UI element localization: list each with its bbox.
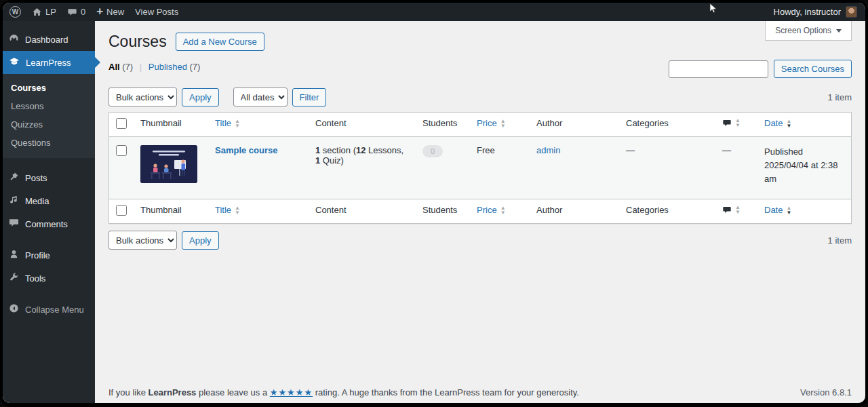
- column-price-sort[interactable]: Price▲▼: [477, 205, 506, 215]
- sort-arrows-icon: ▲▼: [500, 206, 506, 215]
- submenu-item-quizzes[interactable]: Quizzes: [3, 115, 95, 134]
- search-input[interactable]: [669, 60, 768, 78]
- sort-arrows-icon: ▲▼: [735, 205, 741, 214]
- course-thumbnail[interactable]: [140, 145, 197, 183]
- column-author: Author: [530, 199, 619, 224]
- column-comments-sort[interactable]: ▲▼: [722, 205, 741, 214]
- submenu-item-questions[interactable]: Questions: [3, 134, 95, 152]
- wrench-icon: [9, 272, 19, 284]
- sidebar-item-learnpress[interactable]: LearnPress: [3, 51, 95, 74]
- course-row: Sample course 1 section (12 Lessons, 1 Q…: [109, 137, 852, 199]
- column-author: Author: [530, 113, 619, 137]
- sidebar-item-profile[interactable]: Profile: [3, 244, 95, 267]
- version-label: Version 6.8.1: [800, 387, 852, 398]
- comments-icon: [9, 218, 19, 230]
- submenu-item-lessons[interactable]: Lessons: [3, 97, 95, 115]
- table-header-row: Thumbnail Title▲▼ Content Students Price…: [109, 113, 852, 137]
- pushpin-icon: [9, 172, 19, 184]
- page-title: Courses: [108, 33, 167, 51]
- table-footer-row: Thumbnail Title▲▼ Content Students Price…: [109, 199, 852, 224]
- wordpress-logo-icon[interactable]: W: [9, 6, 21, 18]
- course-comments: —: [715, 137, 757, 199]
- search-courses-button[interactable]: Search Courses: [774, 60, 852, 78]
- apply-button[interactable]: Apply: [182, 88, 219, 106]
- column-thumbnail: Thumbnail: [134, 199, 208, 224]
- sidebar-item-media[interactable]: Media: [3, 189, 95, 212]
- sort-arrows-icon: ▲▼: [235, 206, 240, 215]
- dashboard-icon: [9, 33, 19, 45]
- sidebar-item-comments[interactable]: Comments: [3, 212, 95, 235]
- home-icon: [32, 7, 42, 17]
- row-checkbox[interactable]: [116, 145, 127, 156]
- course-categories: —: [619, 137, 715, 199]
- course-content-cell: 1 section (12 Lessons, 1 Quiz): [309, 137, 416, 199]
- rating-stars-link[interactable]: ★★★★★: [270, 387, 313, 398]
- comment-count: 0: [81, 7, 85, 17]
- learnpress-brand: LearnPress: [149, 387, 197, 398]
- account-menu[interactable]: Howdy, instructor: [774, 6, 857, 18]
- course-title-link[interactable]: Sample course: [215, 145, 278, 155]
- new-content-menu[interactable]: + New: [96, 7, 124, 17]
- column-categories: Categories: [619, 113, 715, 137]
- apply-button-bottom[interactable]: Apply: [182, 231, 219, 250]
- footer-thanks-text: If you like LearnPress please leave us a…: [108, 387, 579, 398]
- select-all-checkbox[interactable]: [116, 205, 127, 216]
- comment-bubble-icon: [722, 119, 732, 128]
- sort-arrows-icon: ▲▼: [735, 118, 741, 128]
- site-menu[interactable]: LP: [32, 7, 56, 17]
- screen-options-label: Screen Options: [775, 26, 831, 35]
- view-filters: All (7) | Published (7): [108, 60, 200, 72]
- plus-icon: +: [96, 5, 103, 17]
- collapse-arrow-icon: [9, 303, 19, 315]
- admin-sidebar: Dashboard LearnPress Courses Lessons Qui…: [3, 21, 95, 403]
- window-frame: W LP 0 + New View: [0, 0, 868, 407]
- view-filter-separator: |: [140, 62, 142, 72]
- sidebar-item-dashboard[interactable]: Dashboard: [3, 28, 95, 51]
- dates-filter-select[interactable]: All dates: [233, 88, 288, 106]
- column-title-sort[interactable]: Title▲▼: [215, 118, 240, 128]
- admin-bar-comments[interactable]: 0: [67, 7, 85, 17]
- main-content: Screen Options Courses Add a New Course …: [95, 21, 865, 403]
- view-filter-published[interactable]: Published: [149, 62, 187, 72]
- sidebar-item-label: Dashboard: [25, 35, 68, 45]
- courses-table: Thumbnail Title▲▼ Content Students Price…: [108, 112, 852, 224]
- site-name: LP: [45, 7, 56, 17]
- sidebar-item-label: LearnPress: [26, 58, 71, 68]
- bulk-actions-select[interactable]: Bulk actions: [108, 88, 177, 106]
- view-posts-link[interactable]: View Posts: [135, 7, 178, 17]
- column-content: Content: [309, 199, 416, 224]
- column-comments-sort[interactable]: ▲▼: [722, 118, 741, 128]
- column-price-sort[interactable]: Price▲▼: [477, 118, 506, 128]
- sidebar-item-tools[interactable]: Tools: [3, 267, 95, 290]
- students-count-badge: 0: [422, 145, 443, 157]
- course-date-cell: Published 2025/04/04 at 2:38 am: [757, 137, 852, 199]
- sidebar-item-label: Media: [25, 196, 49, 206]
- sidebar-item-label: Profile: [25, 250, 50, 260]
- column-date-sort[interactable]: Date▲▼: [764, 118, 791, 128]
- submenu-item-courses[interactable]: Courses: [3, 79, 95, 97]
- add-new-course-button[interactable]: Add a New Course: [176, 33, 264, 51]
- sidebar-item-label: Comments: [25, 219, 68, 229]
- admin-bar: W LP 0 + New View: [3, 3, 865, 21]
- sidebar-item-label: Posts: [25, 173, 47, 183]
- column-students: Students: [416, 199, 470, 224]
- sidebar-item-posts[interactable]: Posts: [3, 166, 95, 189]
- screen-options-button[interactable]: Screen Options: [765, 21, 852, 41]
- view-filter-all[interactable]: All: [108, 62, 120, 72]
- wordpress-admin-screen: W LP 0 + New View: [3, 3, 865, 403]
- graduation-cap-icon: [9, 56, 20, 69]
- item-count: 1 item: [828, 92, 852, 102]
- select-all-checkbox[interactable]: [116, 118, 127, 129]
- column-title-sort[interactable]: Title▲▼: [215, 205, 240, 215]
- author-link[interactable]: admin: [536, 145, 560, 155]
- course-price: Free: [470, 137, 530, 199]
- view-posts-label: View Posts: [135, 7, 178, 17]
- learnpress-submenu: Courses Lessons Quizzes Questions: [3, 74, 95, 158]
- bulk-actions-select-bottom[interactable]: Bulk actions: [108, 231, 177, 250]
- column-date-sort[interactable]: Date▲▼: [764, 205, 791, 215]
- sort-arrows-icon: ▲▼: [500, 119, 506, 128]
- publish-date: 2025/04/04 at 2:38 am: [764, 159, 844, 186]
- collapse-menu-button[interactable]: Collapse Menu: [3, 298, 95, 321]
- comment-bubble-icon: [722, 206, 732, 214]
- filter-button[interactable]: Filter: [292, 88, 327, 106]
